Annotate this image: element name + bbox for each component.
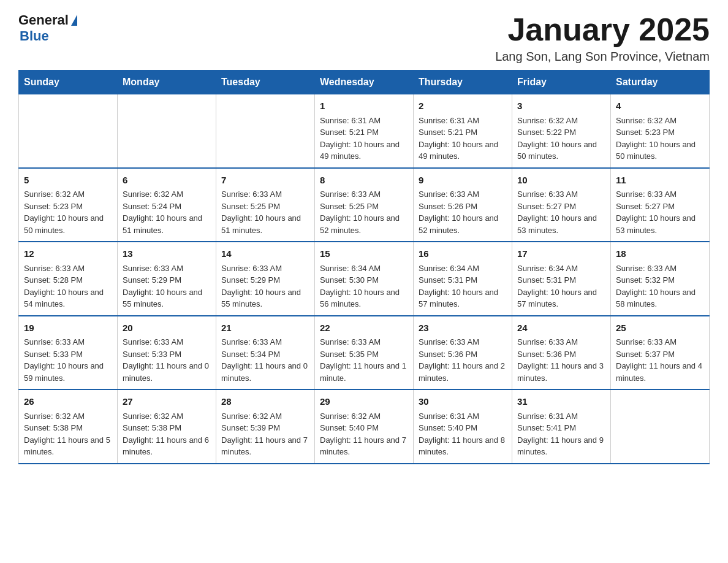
day-info: Daylight: 11 hours and 3 minutes. <box>517 360 605 384</box>
calendar-cell: 5Sunrise: 6:32 AMSunset: 5:23 PMDaylight… <box>19 168 118 242</box>
calendar-cell: 11Sunrise: 6:33 AMSunset: 5:27 PMDayligh… <box>611 168 710 242</box>
calendar-cell: 31Sunrise: 6:31 AMSunset: 5:41 PMDayligh… <box>512 389 611 464</box>
day-info: Sunset: 5:34 PM <box>221 348 309 361</box>
day-number: 15 <box>320 247 408 261</box>
day-info: Sunset: 5:27 PM <box>616 201 704 213</box>
day-number: 22 <box>320 321 408 335</box>
day-number: 7 <box>221 174 309 188</box>
calendar-header-row: SundayMondayTuesdayWednesdayThursdayFrid… <box>19 71 710 94</box>
calendar-title: January 2025 <box>495 12 710 47</box>
day-info: Sunset: 5:40 PM <box>320 422 408 434</box>
day-info: Daylight: 10 hours and 50 minutes. <box>517 139 605 163</box>
day-info: Sunset: 5:31 PM <box>517 274 605 286</box>
calendar-cell: 26Sunrise: 6:32 AMSunset: 5:38 PMDayligh… <box>19 389 118 464</box>
day-info: Sunrise: 6:33 AM <box>221 188 309 201</box>
day-info: Sunset: 5:28 PM <box>24 274 112 286</box>
day-info: Sunset: 5:29 PM <box>221 274 309 286</box>
calendar-cell: 18Sunrise: 6:33 AMSunset: 5:32 PMDayligh… <box>611 242 710 316</box>
day-info: Sunrise: 6:33 AM <box>419 336 507 348</box>
day-info: Sunset: 5:36 PM <box>517 348 605 361</box>
page-header: General Blue January 2025 Lang Son, Lang… <box>18 12 710 64</box>
day-info: Daylight: 11 hours and 7 minutes. <box>221 434 309 458</box>
logo-general-text: General <box>18 12 69 28</box>
day-info: Daylight: 11 hours and 9 minutes. <box>517 434 605 458</box>
day-info: Sunrise: 6:31 AM <box>517 410 605 423</box>
calendar-cell: 24Sunrise: 6:33 AMSunset: 5:36 PMDayligh… <box>512 316 611 390</box>
day-number: 6 <box>123 174 211 188</box>
day-number: 14 <box>221 247 309 261</box>
day-info: Sunset: 5:36 PM <box>419 348 507 361</box>
day-info: Daylight: 10 hours and 59 minutes. <box>24 360 112 384</box>
day-number: 26 <box>24 395 112 409</box>
day-info: Sunrise: 6:33 AM <box>320 188 408 201</box>
day-number: 19 <box>24 321 112 335</box>
day-number: 28 <box>221 395 309 409</box>
day-info: Daylight: 10 hours and 57 minutes. <box>517 286 605 310</box>
calendar-cell <box>118 94 216 168</box>
day-info: Sunrise: 6:32 AM <box>24 188 112 201</box>
day-info: Sunrise: 6:33 AM <box>24 262 112 275</box>
day-info: Sunrise: 6:34 AM <box>517 262 605 275</box>
calendar-header-sunday: Sunday <box>19 71 118 94</box>
day-info: Sunrise: 6:31 AM <box>419 410 507 423</box>
day-info: Daylight: 10 hours and 51 minutes. <box>123 212 211 236</box>
day-info: Sunset: 5:26 PM <box>419 201 507 213</box>
day-info: Daylight: 11 hours and 7 minutes. <box>320 434 408 458</box>
calendar-cell: 2Sunrise: 6:31 AMSunset: 5:21 PMDaylight… <box>414 94 512 168</box>
calendar-header-wednesday: Wednesday <box>315 71 414 94</box>
calendar-cell: 29Sunrise: 6:32 AMSunset: 5:40 PMDayligh… <box>315 389 414 464</box>
day-info: Sunset: 5:35 PM <box>320 348 408 361</box>
calendar-cell: 25Sunrise: 6:33 AMSunset: 5:37 PMDayligh… <box>611 316 710 390</box>
calendar-cell: 17Sunrise: 6:34 AMSunset: 5:31 PMDayligh… <box>512 242 611 316</box>
day-number: 12 <box>24 247 112 261</box>
day-info: Daylight: 10 hours and 54 minutes. <box>24 286 112 310</box>
week-row-4: 19Sunrise: 6:33 AMSunset: 5:33 PMDayligh… <box>19 316 710 390</box>
day-number: 21 <box>221 321 309 335</box>
day-info: Sunrise: 6:33 AM <box>123 336 211 348</box>
calendar-cell: 13Sunrise: 6:33 AMSunset: 5:29 PMDayligh… <box>118 242 216 316</box>
day-number: 27 <box>123 395 211 409</box>
day-info: Sunrise: 6:33 AM <box>24 336 112 348</box>
day-info: Sunset: 5:21 PM <box>419 126 507 139</box>
day-info: Daylight: 10 hours and 51 minutes. <box>221 212 309 236</box>
day-info: Daylight: 10 hours and 55 minutes. <box>123 286 211 310</box>
day-info: Sunset: 5:41 PM <box>517 422 605 434</box>
week-row-1: 1Sunrise: 6:31 AMSunset: 5:21 PMDaylight… <box>19 94 710 168</box>
day-info: Daylight: 10 hours and 55 minutes. <box>221 286 309 310</box>
day-info: Daylight: 11 hours and 5 minutes. <box>24 434 112 458</box>
calendar-cell: 28Sunrise: 6:32 AMSunset: 5:39 PMDayligh… <box>216 389 315 464</box>
day-info: Daylight: 11 hours and 0 minutes. <box>123 360 211 384</box>
day-info: Sunrise: 6:33 AM <box>419 188 507 201</box>
day-number: 8 <box>320 174 408 188</box>
day-info: Daylight: 10 hours and 58 minutes. <box>616 286 704 310</box>
calendar-cell: 16Sunrise: 6:34 AMSunset: 5:31 PMDayligh… <box>414 242 512 316</box>
day-number: 10 <box>517 174 605 188</box>
day-info: Daylight: 10 hours and 50 minutes. <box>616 139 704 163</box>
day-info: Sunset: 5:39 PM <box>221 422 309 434</box>
day-info: Daylight: 11 hours and 0 minutes. <box>221 360 309 384</box>
day-info: Sunrise: 6:32 AM <box>24 410 112 423</box>
day-info: Sunrise: 6:33 AM <box>616 262 704 275</box>
day-info: Sunrise: 6:34 AM <box>419 262 507 275</box>
day-number: 4 <box>616 99 704 113</box>
day-info: Sunrise: 6:32 AM <box>517 115 605 127</box>
title-section: January 2025 Lang Son, Lang Son Province… <box>495 12 710 64</box>
day-info: Sunset: 5:25 PM <box>221 201 309 213</box>
day-number: 9 <box>419 174 507 188</box>
day-info: Sunrise: 6:32 AM <box>616 115 704 127</box>
day-info: Sunset: 5:30 PM <box>320 274 408 286</box>
day-info: Daylight: 10 hours and 56 minutes. <box>320 286 408 310</box>
day-number: 20 <box>123 321 211 335</box>
calendar-header-monday: Monday <box>118 71 216 94</box>
calendar-subtitle: Lang Son, Lang Son Province, Vietnam <box>495 50 710 64</box>
week-row-3: 12Sunrise: 6:33 AMSunset: 5:28 PMDayligh… <box>19 242 710 316</box>
calendar-cell <box>216 94 315 168</box>
day-info: Daylight: 10 hours and 52 minutes. <box>320 212 408 236</box>
day-info: Sunrise: 6:31 AM <box>419 115 507 127</box>
day-info: Daylight: 10 hours and 57 minutes. <box>419 286 507 310</box>
day-info: Sunset: 5:38 PM <box>24 422 112 434</box>
calendar-cell: 19Sunrise: 6:33 AMSunset: 5:33 PMDayligh… <box>19 316 118 390</box>
day-number: 16 <box>419 247 507 261</box>
day-info: Sunset: 5:33 PM <box>123 348 211 361</box>
week-row-2: 5Sunrise: 6:32 AMSunset: 5:23 PMDaylight… <box>19 168 710 242</box>
